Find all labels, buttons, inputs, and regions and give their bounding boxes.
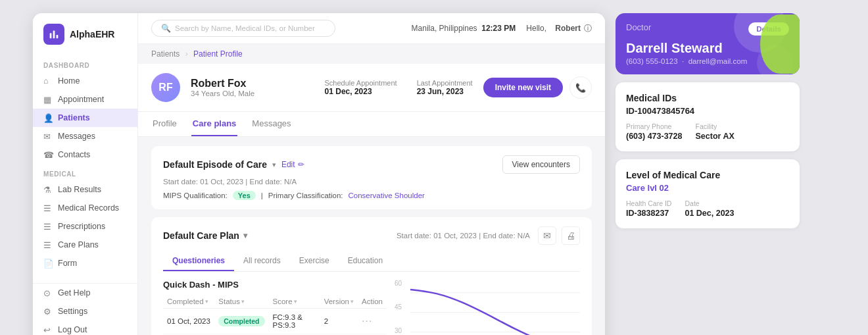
content-area: Default Episode of Care ▾ Edit ✏ View en…	[138, 137, 605, 335]
mips-yes-badge: Yes	[233, 191, 256, 200]
patient-age-gender: 34 Years Old, Male	[191, 90, 314, 97]
patients-icon: 👤	[43, 113, 53, 122]
care-plan-dropdown-icon[interactable]: ▾	[243, 231, 247, 240]
medical-ids-title: Medical IDs	[626, 93, 789, 103]
schedule-appointment: Schedule Appointment 01 Dec, 2023	[325, 79, 397, 96]
sidebar-section-dashboard: DASHBOARD ⌂ Home ▦ Appointment 👤 Patient…	[33, 55, 137, 164]
sidebar-section-medical: MEDICAL ⚗ Lab Results ☰ Medical Records …	[33, 164, 137, 272]
tab-education[interactable]: Education	[339, 251, 392, 271]
last-appointment: Last Appointment 23 Jun, 2023	[417, 79, 473, 96]
tab-exercise[interactable]: Exercise	[290, 251, 339, 271]
patient-info: Robert Fox 34 Years Old, Male	[191, 78, 314, 97]
col-completed[interactable]: Completed ▾	[167, 297, 210, 305]
table-title: Quick Dash - MIPS	[163, 280, 387, 290]
episode-quals: MIPS Qualification: Yes | Primary Classi…	[163, 191, 580, 200]
tab-profile[interactable]: Profile	[151, 112, 178, 136]
col-status[interactable]: Status ▾	[218, 297, 264, 305]
sidebar-item-medical-records[interactable]: ☰ Medical Records	[33, 199, 137, 217]
quick-dash-table: Completed ▾ Status ▾ Score ▾ Version ▾ A…	[163, 295, 387, 335]
care-plan-print-btn[interactable]: 🖨	[562, 226, 580, 245]
sidebar-item-messages[interactable]: ✉ Messages	[33, 127, 137, 145]
doctor-section-label: Doctor	[626, 22, 651, 32]
help-icon: ⊙	[43, 288, 53, 297]
main-content: 🔍 Search by Name, Medical IDs, or Number…	[138, 13, 605, 335]
sidebar-item-logout[interactable]: ↩ Log Out	[33, 321, 137, 335]
sidebar-item-lab-results[interactable]: ⚗ Lab Results	[33, 180, 137, 199]
care-plan-card: Default Care Plan ▾ Start date: 01 Oct, …	[151, 217, 592, 335]
search-box[interactable]: 🔍 Search by Name, Medical IDs, or Number	[151, 20, 335, 37]
care-level-value[interactable]: Care lvl 02	[626, 183, 789, 193]
sidebar-bottom: ⊙ Get Help ⚙ Settings ↩ Log Out	[33, 283, 137, 335]
episode-meta: Start date: 01 Oct, 2023 | End date: N/A	[163, 178, 580, 186]
contacts-icon: ☎	[43, 150, 53, 159]
sidebar-item-patients[interactable]: 👤 Patients	[33, 109, 137, 127]
row-action-btn[interactable]: ···	[362, 315, 372, 326]
doctor-decoration	[734, 13, 800, 74]
tab-care-plans[interactable]: Care plans	[191, 112, 237, 136]
tab-messages[interactable]: Messages	[251, 112, 292, 136]
messages-icon: ✉	[43, 132, 53, 141]
logout-icon: ↩	[43, 325, 53, 334]
doctor-card: Doctor Details Darrell Steward (603) 555…	[615, 13, 800, 74]
sidebar-item-get-help[interactable]: ⊙ Get Help	[33, 284, 137, 302]
sidebar-item-appointment[interactable]: ▦ Appointment	[33, 90, 137, 109]
table-chart-row: Quick Dash - MIPS Completed ▾ Status ▾ S…	[163, 280, 580, 335]
care-plan-mail-btn[interactable]: ✉	[538, 226, 556, 245]
chart-section: 60 45 30 15	[395, 280, 580, 335]
home-icon: ⌂	[43, 76, 53, 86]
status-badge: Completed	[218, 316, 264, 326]
patient-meta: Schedule Appointment 01 Dec, 2023 Last A…	[325, 79, 473, 96]
medical-id-value: ID-100473845764	[626, 106, 789, 116]
care-plan-actions: ✉ 🖨	[538, 226, 580, 245]
sidebar-item-contacts[interactable]: ☎ Contacts	[33, 145, 137, 164]
user-menu-icon[interactable]: ⓘ	[584, 23, 592, 34]
search-icon: 🔍	[161, 24, 171, 33]
app-logo: AlphaEHR	[33, 24, 137, 55]
chart-wrap: 60 45 30 15	[395, 280, 580, 335]
tab-questioneries[interactable]: Questioneries	[163, 251, 234, 271]
episode-title: Default Episode of Care	[163, 159, 267, 170]
inner-tabs: Questioneries All records Exercise Educa…	[163, 251, 580, 272]
sidebar: AlphaEHR DASHBOARD ⌂ Home ▦ Appointment …	[33, 13, 138, 335]
sidebar-item-care-plans[interactable]: ☰ Care Plans	[33, 236, 137, 254]
col-version[interactable]: Version ▾	[324, 297, 354, 305]
lab-icon: ⚗	[43, 185, 53, 194]
table-row: 01 Oct, 2023 Completed FC:9.3 & PS:9.3 2…	[163, 309, 387, 334]
sidebar-item-home[interactable]: ⌂ Home	[33, 72, 137, 90]
date-field: Date 01 Dec, 2023	[685, 199, 734, 218]
facility-field: Facility Sector AX	[695, 122, 734, 141]
top-bar-right: Manila, Philippines 12:23 PM Hello, Robe…	[412, 23, 592, 34]
primary-phone-field: Primary Phone (603) 473-3728	[626, 122, 682, 141]
care-plan-dates: Start date: 01 Oct, 2023 | End date: N/A	[397, 232, 530, 240]
chart-y-labels: 60 45 30 15	[395, 280, 404, 335]
episode-title-row: Default Episode of Care ▾ Edit ✏	[163, 159, 304, 170]
avatar: RF	[151, 73, 180, 102]
patient-header: RF Robert Fox 34 Years Old, Male Schedul…	[138, 64, 605, 112]
svg-rect-1	[53, 31, 55, 39]
episode-header: Default Episode of Care ▾ Edit ✏ View en…	[163, 155, 580, 174]
invite-visit-button[interactable]: Invite new visit	[483, 78, 563, 97]
appointment-icon: ▦	[43, 95, 53, 104]
tab-all-records[interactable]: All records	[234, 251, 290, 271]
episode-dropdown[interactable]: ▾	[272, 161, 276, 169]
table-section: Quick Dash - MIPS Completed ▾ Status ▾ S…	[163, 280, 387, 335]
primary-classification-link[interactable]: Conservative Shoulder	[349, 192, 425, 199]
episode-card: Default Episode of Care ▾ Edit ✏ View en…	[151, 146, 592, 209]
phone-button[interactable]: 📞	[569, 76, 592, 99]
sidebar-item-form[interactable]: 📄 Form	[33, 254, 137, 272]
medical-ids-card: Medical IDs ID-100473845764 Primary Phon…	[615, 82, 800, 151]
form-icon: 📄	[43, 259, 53, 268]
sidebar-item-prescriptions[interactable]: ☰ Prescriptions	[33, 217, 137, 236]
view-encounters-button[interactable]: View encounters	[502, 155, 581, 174]
settings-icon: ⚙	[43, 307, 53, 316]
level-of-care-title: Level of Medical Care	[626, 170, 789, 180]
col-score[interactable]: Score ▾	[273, 297, 316, 305]
svg-rect-0	[50, 33, 52, 38]
sidebar-item-settings[interactable]: ⚙ Settings	[33, 302, 137, 321]
patient-actions: Invite new visit 📞	[483, 76, 592, 99]
patient-name: Robert Fox	[191, 78, 314, 90]
logo-icon	[43, 24, 64, 45]
episode-edit-btn[interactable]: Edit ✏	[281, 160, 304, 169]
records-icon: ☰	[43, 203, 53, 213]
care-plan-meta-actions: Start date: 01 Oct, 2023 | End date: N/A…	[397, 226, 580, 245]
